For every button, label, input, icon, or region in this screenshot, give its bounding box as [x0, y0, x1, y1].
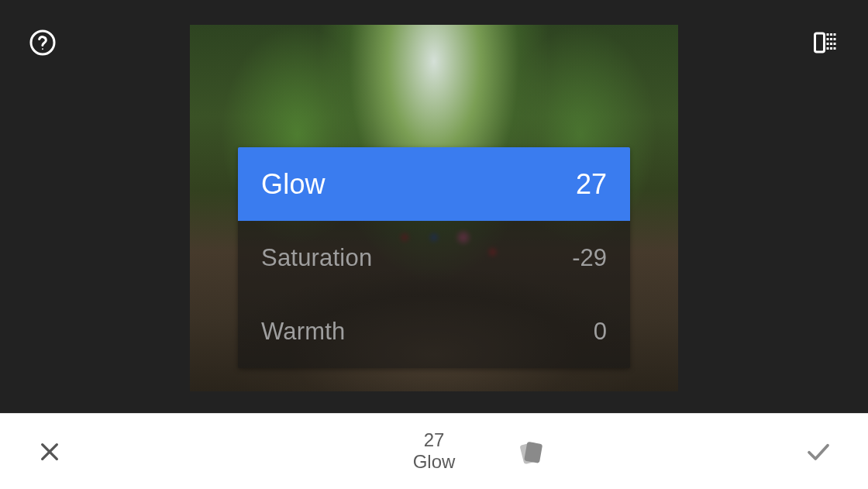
confirm-button[interactable]: [800, 433, 837, 470]
styles-swatch-icon: [515, 436, 546, 467]
svg-point-1: [42, 48, 43, 50]
adjust-label: Warmth: [261, 318, 346, 346]
adjust-row-saturation[interactable]: Saturation -29: [238, 221, 630, 294]
svg-point-0: [31, 31, 54, 54]
compare-button[interactable]: [810, 27, 841, 58]
adjust-label: Glow: [261, 168, 326, 201]
svg-rect-9: [524, 441, 542, 463]
help-button[interactable]: [27, 27, 58, 58]
adjust-value: 0: [594, 318, 607, 346]
check-icon: [804, 438, 832, 466]
adjust-row-warmth[interactable]: Warmth 0: [238, 294, 630, 368]
cancel-button[interactable]: [31, 433, 68, 470]
help-circle-icon: [29, 29, 57, 57]
adjust-row-glow[interactable]: Glow 27: [238, 147, 630, 221]
adjust-value: 27: [576, 168, 607, 201]
adjust-value: -29: [572, 244, 607, 272]
bottom-toolbar: 27 Glow: [0, 413, 868, 489]
adjustments-panel: Glow 27 Saturation -29 Warmth 0: [238, 147, 630, 368]
styles-button[interactable]: [512, 433, 549, 470]
current-adjustment-label: Glow: [413, 452, 456, 474]
svg-rect-2: [815, 33, 825, 52]
current-adjustment-value: 27: [424, 429, 445, 452]
editor-area: Glow 27 Saturation -29 Warmth 0: [0, 0, 868, 413]
close-icon: [37, 439, 62, 464]
adjust-label: Saturation: [261, 244, 372, 272]
compare-icon: [811, 29, 839, 57]
current-adjustment-display: 27 Glow: [413, 429, 456, 474]
